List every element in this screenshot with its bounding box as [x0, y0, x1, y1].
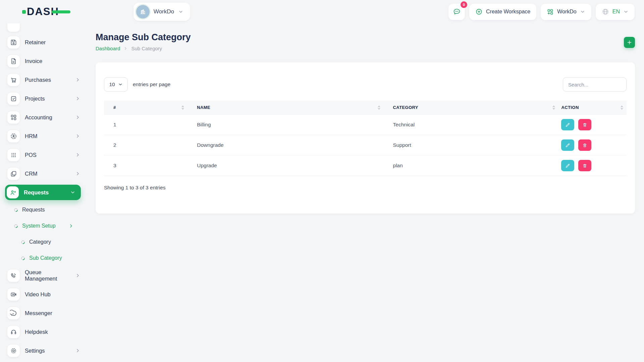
video-camera-icon	[7, 288, 20, 301]
sidebar-item-helpdesk[interactable]: Helpdesk	[0, 322, 87, 341]
language-selector[interactable]: EN	[596, 4, 635, 20]
sidebar-item-projects[interactable]: Projects	[0, 89, 87, 108]
delete-button[interactable]	[578, 139, 591, 151]
pencil-icon	[565, 143, 570, 148]
sidebar-item-hrm[interactable]: HRM	[0, 127, 87, 145]
edit-button[interactable]	[561, 139, 574, 151]
trash-icon	[582, 163, 587, 168]
chevron-down-icon	[178, 9, 183, 14]
sidebar-item-label: Requests	[24, 189, 49, 196]
column-header-category[interactable]: CATEGORY	[384, 101, 559, 115]
chat-icon	[453, 8, 461, 16]
breadcrumb-current: Sub Category	[131, 46, 162, 51]
cell-index: 2	[104, 135, 187, 156]
bullet-donut-icon	[13, 207, 18, 212]
workdo-menu-button[interactable]: WorkDo	[541, 4, 591, 20]
sidebar-item-label: Invoice	[25, 58, 42, 64]
sidebar-item-video-hub[interactable]: Video Hub	[0, 285, 87, 304]
delete-button[interactable]	[578, 119, 591, 130]
sidebar-item-label: Helpdesk	[25, 329, 48, 335]
main-content: Manage Sub Category Dashboard Sub Catego…	[87, 23, 644, 362]
column-header-label: CATEGORY	[393, 105, 418, 110]
sidebar-subitem-sub-category[interactable]: Sub Category	[0, 250, 87, 266]
create-workspace-button[interactable]: Create Workspace	[469, 4, 536, 20]
edit-button[interactable]	[561, 160, 574, 171]
sidebar-item-queue-management[interactable]: Queue Management	[0, 266, 87, 285]
sidebar-item-clipped[interactable]	[0, 23, 87, 33]
row-actions	[561, 160, 624, 171]
sub-category-table: # NAME CATEGORY ACTION	[104, 101, 627, 176]
entries-per-page-label: entries per page	[133, 81, 170, 87]
sidebar-item-invoice[interactable]: Invoice	[0, 52, 87, 70]
globe-icon	[602, 8, 609, 15]
sidebar-item-settings[interactable]: Settings	[0, 341, 87, 360]
table-header-row: # NAME CATEGORY ACTION	[104, 101, 627, 115]
chevron-right-icon	[75, 273, 80, 278]
column-header-name[interactable]: NAME	[187, 101, 383, 115]
sidebar-item-label: Projects	[25, 96, 45, 102]
sort-icon	[621, 105, 623, 110]
cell-category: Support	[384, 135, 559, 156]
column-header-index[interactable]: #	[104, 101, 187, 115]
messages-button[interactable]: 0	[448, 4, 465, 20]
sidebar-item-retainer[interactable]: Retainer	[0, 33, 87, 52]
cell-name: Downgrade	[187, 135, 383, 156]
headset-icon	[7, 326, 20, 338]
invoice-icon	[7, 55, 20, 67]
sidebar-item-purchases[interactable]: Purchases	[0, 70, 87, 89]
workspace-avatar	[136, 5, 150, 18]
top-bar: DASH WorkDo 0 Create Workspace	[0, 0, 644, 23]
add-sub-category-button[interactable]	[624, 37, 635, 48]
sidebar-item-crm[interactable]: CRM	[0, 164, 87, 183]
table-row: 3 Upgrade plan	[104, 156, 627, 176]
chevron-right-icon	[75, 171, 80, 176]
requests-active-pill[interactable]: Requests	[5, 185, 81, 200]
sidebar-item-pos[interactable]: POS	[0, 145, 87, 164]
delete-button[interactable]	[578, 160, 591, 171]
column-header-action[interactable]: ACTION	[558, 101, 627, 115]
sidebar-subitem-label: System Setup	[22, 223, 56, 229]
sidebar-item-accounting[interactable]: Accounting	[0, 108, 87, 127]
grid-plus-icon	[7, 111, 20, 124]
sidebar-item-label: Settings	[25, 348, 45, 354]
sidebar-subitem-category[interactable]: Category	[0, 234, 87, 250]
phone-call-icon	[7, 269, 20, 282]
cell-index: 3	[104, 156, 187, 176]
breadcrumb: Dashboard Sub Category	[96, 46, 191, 51]
sidebar-subitem-requests[interactable]: Requests	[0, 202, 87, 218]
app-logo[interactable]: DASH	[22, 6, 59, 18]
row-actions	[561, 119, 624, 130]
sidebar-subitem-system-setup[interactable]: System Setup	[0, 218, 87, 234]
message-bubble-icon	[7, 307, 20, 319]
chevron-right-icon	[75, 115, 80, 120]
language-code: EN	[612, 9, 620, 15]
edit-button[interactable]	[561, 119, 574, 130]
sidebar-item-label: CRM	[25, 171, 38, 177]
entries-per-page-select[interactable]: 10	[104, 77, 128, 92]
sidebar-item-messenger[interactable]: Messenger	[0, 304, 87, 322]
breadcrumb-dashboard-link[interactable]: Dashboard	[96, 46, 120, 51]
cell-index: 1	[104, 115, 187, 135]
user-dashed-circle-icon	[7, 130, 20, 142]
sort-icon	[378, 105, 380, 110]
logo-bar-icon	[52, 10, 70, 13]
workspace-switcher[interactable]: WorkDo	[133, 3, 190, 21]
search-input[interactable]	[563, 77, 627, 92]
per-page-control: 10 entries per page	[104, 77, 170, 92]
sidebar-item-label: Retainer	[25, 39, 46, 46]
bullet-donut-icon	[20, 255, 25, 260]
sub-category-card: 10 entries per page # NAME	[96, 62, 635, 214]
cell-category: plan	[384, 156, 559, 176]
table-row: 2 Downgrade Support	[104, 135, 627, 156]
page-header: Manage Sub Category Dashboard Sub Catego…	[96, 32, 635, 51]
entries-per-page-value: 10	[109, 81, 115, 87]
sidebar-item-label: Queue Management	[25, 269, 75, 282]
sidebar-item-label: Purchases	[25, 77, 51, 83]
column-header-label: #	[113, 105, 116, 110]
page-title: Manage Sub Category	[96, 32, 191, 43]
plus-icon	[627, 40, 632, 45]
clipped-icon	[7, 23, 20, 32]
pencil-icon	[565, 163, 570, 168]
chevron-right-icon	[75, 77, 80, 82]
chevron-down-icon	[70, 190, 75, 195]
